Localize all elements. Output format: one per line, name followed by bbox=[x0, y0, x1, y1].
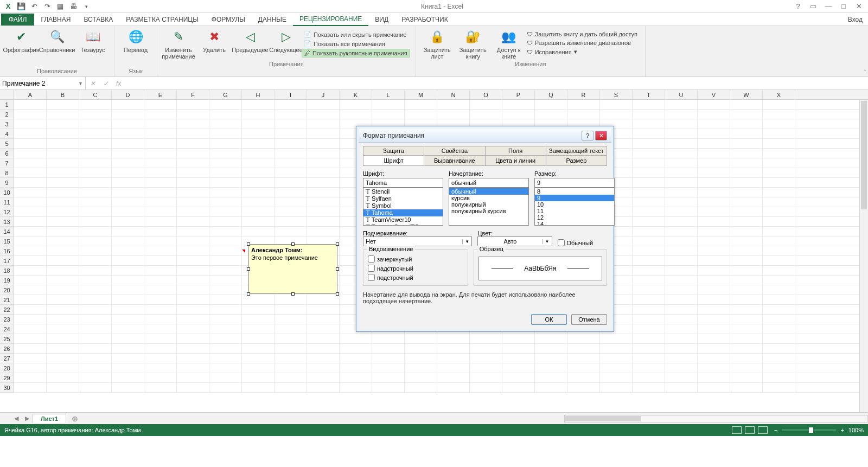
col-header[interactable]: Q bbox=[535, 90, 567, 99]
share-book-button[interactable]: 👥Доступ к книге bbox=[493, 28, 525, 60]
sheet-nav-next-icon[interactable]: ▶ bbox=[22, 415, 33, 422]
edit-comment-button[interactable]: ✎Изменить примечание bbox=[163, 28, 194, 60]
list-item[interactable]: курсив bbox=[449, 195, 528, 201]
translate-button[interactable]: 🌐Перевод bbox=[120, 28, 151, 67]
maximize-icon[interactable]: □ bbox=[839, 2, 848, 10]
col-header[interactable]: J bbox=[307, 90, 340, 99]
list-item[interactable]: 8 bbox=[535, 188, 614, 195]
row-header[interactable]: 8 bbox=[0, 168, 14, 178]
row-header[interactable]: 27 bbox=[0, 354, 14, 363]
sheet-nav-prev-icon[interactable]: ◀ bbox=[11, 415, 22, 422]
row-header[interactable]: 13 bbox=[0, 217, 14, 227]
col-header[interactable]: K bbox=[340, 90, 372, 99]
list-item[interactable]: 14 bbox=[535, 221, 614, 226]
allow-ranges-button[interactable]: 🛡 Разрешить изменение диапазонов bbox=[525, 39, 640, 47]
col-header[interactable]: A bbox=[14, 90, 47, 99]
ribbon-collapse-icon[interactable]: ▭ bbox=[808, 2, 818, 10]
row-header[interactable]: 15 bbox=[0, 236, 14, 246]
qa-more-icon[interactable]: ▾ bbox=[81, 2, 91, 11]
zoom-slider[interactable] bbox=[782, 429, 836, 431]
comment-popup[interactable]: Александр Томм: Это первое примечание bbox=[248, 244, 337, 294]
fx-icon[interactable]: fx bbox=[116, 80, 121, 87]
style-input[interactable] bbox=[449, 178, 529, 188]
row-header[interactable]: 16 bbox=[0, 246, 14, 256]
zoom-in-icon[interactable]: + bbox=[840, 427, 844, 433]
row-header[interactable]: 17 bbox=[0, 256, 14, 266]
minimize-icon[interactable]: — bbox=[824, 2, 833, 10]
row-header[interactable]: 14 bbox=[0, 227, 14, 236]
row-header[interactable]: 23 bbox=[0, 315, 14, 324]
list-item[interactable]: обычный bbox=[449, 188, 528, 195]
delete-comment-button[interactable]: ✖Удалить bbox=[199, 28, 230, 60]
list-item[interactable]: 𝕋 Tahoma bbox=[363, 209, 443, 216]
row-header[interactable]: 9 bbox=[0, 178, 14, 188]
list-item[interactable]: 10 bbox=[535, 201, 614, 208]
name-box[interactable]: Примечание 2▼ bbox=[0, 77, 86, 89]
zoom-out-icon[interactable]: − bbox=[774, 427, 777, 433]
tab-view[interactable]: ВИД bbox=[368, 14, 395, 25]
cancel-formula-icon[interactable]: ✕ bbox=[90, 80, 95, 87]
normal-checkbox[interactable] bbox=[558, 239, 565, 246]
tab-data[interactable]: ДАННЫЕ bbox=[252, 14, 293, 25]
tab-layout[interactable]: РАЗМЕТКА СТРАНИЦЫ bbox=[119, 14, 205, 25]
row-header[interactable]: 18 bbox=[0, 266, 14, 276]
col-header[interactable]: I bbox=[275, 90, 307, 99]
col-header[interactable]: X bbox=[763, 90, 795, 99]
confirm-formula-icon[interactable]: ✓ bbox=[103, 80, 108, 87]
prev-comment-button[interactable]: ◁Предыдущее bbox=[234, 28, 266, 60]
dlg-tab-colors[interactable]: Цвета и линии bbox=[486, 156, 546, 165]
row-header[interactable]: 4 bbox=[0, 129, 14, 139]
size-listbox[interactable]: 8910111214 bbox=[534, 188, 615, 226]
style-listbox[interactable]: обычныйкурсивполужирныйполужирный курсив bbox=[449, 188, 529, 226]
dlg-tab-properties[interactable]: Свойства bbox=[424, 146, 485, 155]
dlg-tab-font[interactable]: Шрифт bbox=[363, 156, 424, 165]
touch-icon[interactable]: ▦ bbox=[55, 2, 65, 11]
dlg-tab-alttext[interactable]: Замещающий текст bbox=[546, 146, 607, 155]
tab-developer[interactable]: РАЗРАБОТЧИК bbox=[395, 14, 455, 25]
show-all-comments-button[interactable]: 📄 Показать все примечания bbox=[302, 40, 410, 48]
list-item[interactable]: 𝕋 Tempus Sans ITC bbox=[363, 223, 443, 226]
tab-insert[interactable]: ВСТАВКА bbox=[77, 14, 119, 25]
protect-sheet-button[interactable]: 🔒Защитить лист bbox=[422, 28, 453, 60]
column-headers[interactable]: ABCDEFGHIJKLMNOPQRSTUVWX bbox=[14, 90, 868, 100]
col-header[interactable]: V bbox=[698, 90, 730, 99]
cancel-button[interactable]: Отмена bbox=[571, 314, 607, 325]
save-icon[interactable]: 💾 bbox=[16, 2, 26, 11]
sheet-tab[interactable]: Лист1 bbox=[33, 414, 66, 423]
col-header[interactable]: M bbox=[405, 90, 437, 99]
col-header[interactable]: F bbox=[177, 90, 209, 99]
sub-checkbox[interactable] bbox=[368, 274, 375, 281]
col-header[interactable]: C bbox=[79, 90, 112, 99]
list-item[interactable]: полужирный курсив bbox=[449, 208, 528, 214]
research-button[interactable]: 🔍Справочники bbox=[41, 28, 73, 67]
show-ink-button[interactable]: 🖊 Показать рукописные примечания bbox=[302, 49, 410, 57]
col-header[interactable]: T bbox=[633, 90, 665, 99]
row-header[interactable]: 1 bbox=[0, 100, 14, 110]
row-header[interactable]: 29 bbox=[0, 373, 14, 383]
list-item[interactable]: 12 bbox=[535, 214, 614, 221]
row-header[interactable]: 26 bbox=[0, 344, 14, 354]
dialog-help-icon[interactable]: ? bbox=[582, 131, 593, 140]
tab-formulas[interactable]: ФОРМУЛЫ bbox=[205, 14, 252, 25]
dlg-tab-margins[interactable]: Поля bbox=[486, 146, 546, 155]
ok-button[interactable]: ОК bbox=[531, 314, 567, 325]
thesaurus-button[interactable]: 📖Тезаурус bbox=[77, 28, 108, 67]
view-switcher[interactable] bbox=[732, 426, 768, 434]
close-icon[interactable]: ✕ bbox=[854, 2, 864, 10]
col-header[interactable]: N bbox=[437, 90, 470, 99]
protect-book-button[interactable]: 🔐Защитить книгу bbox=[457, 28, 489, 60]
track-changes-button[interactable]: 🛡 Исправления ▾ bbox=[525, 48, 640, 56]
col-header[interactable]: P bbox=[502, 90, 535, 99]
row-header[interactable]: 6 bbox=[0, 149, 14, 158]
col-header[interactable]: O bbox=[470, 90, 502, 99]
list-item[interactable]: 𝕋 Symbol bbox=[363, 202, 443, 209]
tab-review[interactable]: РЕЦЕНЗИРОВАНИЕ bbox=[293, 13, 368, 26]
size-input[interactable] bbox=[534, 178, 615, 188]
row-header[interactable]: 24 bbox=[0, 324, 14, 334]
col-header[interactable]: W bbox=[730, 90, 763, 99]
row-header[interactable]: 30 bbox=[0, 383, 14, 393]
col-header[interactable]: U bbox=[665, 90, 698, 99]
dialog-close-icon[interactable]: ✕ bbox=[595, 131, 607, 140]
font-listbox[interactable]: 𝕋 Stencil𝕋 Sylfaen𝕋 Symbol𝕋 Tahoma𝕋 Team… bbox=[363, 188, 443, 226]
row-headers[interactable]: 1234567891011121314151617181920212223242… bbox=[0, 100, 14, 393]
